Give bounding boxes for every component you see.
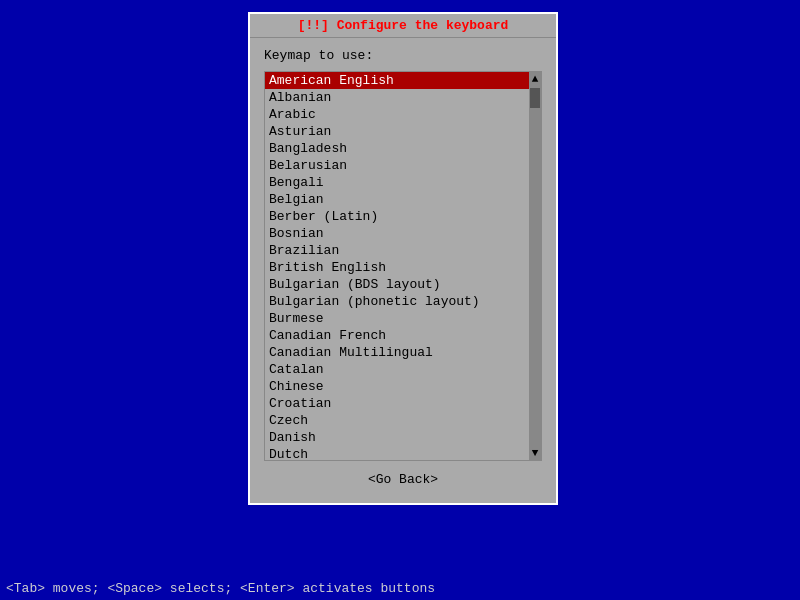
go-back-button[interactable]: <Go Back> (368, 472, 438, 487)
dialog-body: Keymap to use: American EnglishAlbanianA… (250, 38, 556, 503)
list-item[interactable]: Bosnian (265, 225, 529, 242)
list-item[interactable]: Dutch (265, 446, 529, 460)
status-text: <Tab> moves; <Space> selects; <Enter> ac… (6, 581, 435, 596)
list-item[interactable]: Arabic (265, 106, 529, 123)
list-item[interactable]: Chinese (265, 378, 529, 395)
list-item[interactable]: Burmese (265, 310, 529, 327)
list-item[interactable]: Berber (Latin) (265, 208, 529, 225)
list-item[interactable]: Canadian Multilingual (265, 344, 529, 361)
configure-keyboard-dialog: [!!] Configure the keyboard Keymap to us… (248, 12, 558, 505)
scroll-down-arrow[interactable]: ▼ (532, 446, 539, 460)
list-item[interactable]: Belarusian (265, 157, 529, 174)
list-item[interactable]: Bengali (265, 174, 529, 191)
scroll-up-arrow[interactable]: ▲ (532, 72, 539, 86)
list-item[interactable]: Asturian (265, 123, 529, 140)
list-item[interactable]: Croatian (265, 395, 529, 412)
list-item[interactable]: Albanian (265, 89, 529, 106)
keymap-list-container: American EnglishAlbanianArabicAsturianBa… (264, 71, 542, 461)
list-item[interactable]: Canadian French (265, 327, 529, 344)
list-item[interactable]: Czech (265, 412, 529, 429)
keymap-list[interactable]: American EnglishAlbanianArabicAsturianBa… (265, 72, 529, 460)
list-item[interactable]: Belgian (265, 191, 529, 208)
list-item[interactable]: Catalan (265, 361, 529, 378)
status-bar: <Tab> moves; <Space> selects; <Enter> ac… (0, 577, 800, 600)
scrollbar[interactable]: ▲ ▼ (529, 72, 541, 460)
keymap-label: Keymap to use: (264, 48, 542, 63)
scroll-thumb[interactable] (530, 88, 540, 108)
list-item[interactable]: Danish (265, 429, 529, 446)
list-item[interactable]: Bulgarian (phonetic layout) (265, 293, 529, 310)
go-back-row: <Go Back> (264, 461, 542, 493)
list-item[interactable]: Brazilian (265, 242, 529, 259)
list-item[interactable]: British English (265, 259, 529, 276)
list-item[interactable]: Bangladesh (265, 140, 529, 157)
scroll-track (530, 86, 540, 446)
list-item[interactable]: American English (265, 72, 529, 89)
dialog-title: [!!] Configure the keyboard (250, 14, 556, 38)
list-item[interactable]: Bulgarian (BDS layout) (265, 276, 529, 293)
